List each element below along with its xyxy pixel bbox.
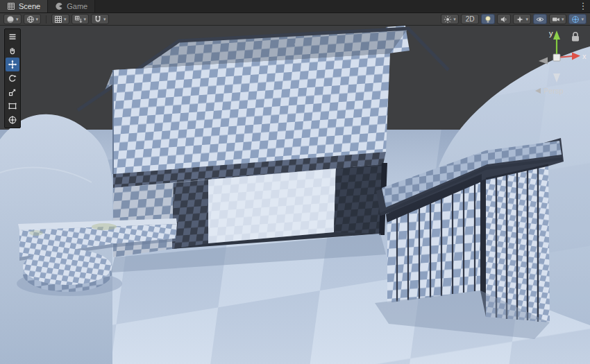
eye-icon	[536, 15, 544, 24]
orientation-gizmo[interactable]: y x Persp	[514, 27, 590, 99]
view-menu-button[interactable]	[6, 30, 19, 44]
speaker-icon	[500, 15, 508, 24]
lightbulb-icon	[484, 15, 492, 24]
audio-toggle-button[interactable]	[497, 14, 511, 24]
dropdown-caret: ▾	[453, 17, 456, 21]
tab-scene-label: Scene	[19, 2, 40, 10]
dropdown-caret: ▾	[581, 17, 584, 21]
move-tool-button[interactable]	[6, 58, 19, 71]
grid-icon	[54, 15, 62, 24]
hand-tool-button[interactable]	[6, 44, 19, 58]
y-axis-handle[interactable]: y	[549, 29, 560, 58]
tab-game[interactable]: Game	[48, 0, 95, 12]
tab-game-label: Game	[67, 2, 87, 10]
scale-tool-button[interactable]	[6, 85, 19, 99]
camera-settings-button[interactable]: ▾	[549, 14, 567, 24]
hand-icon	[8, 46, 17, 55]
scene-toolbar: ▾ ▾ ▾ ▾ ▾	[0, 13, 590, 26]
tab-scene[interactable]: Scene	[0, 0, 48, 12]
negative-y-handle[interactable]	[553, 73, 560, 83]
effects-button[interactable]: ▾	[441, 14, 459, 24]
dropdown-caret: ▾	[103, 17, 106, 21]
magnet-icon	[94, 15, 102, 24]
grid-snap-icon	[74, 15, 83, 24]
rotate-icon	[8, 73, 17, 83]
rect-icon	[8, 101, 17, 111]
transform-icon	[8, 115, 17, 125]
tabbar-spacer	[95, 0, 576, 12]
scene-visibility-toggle-button[interactable]	[533, 14, 547, 24]
x-axis-handle[interactable]: x	[557, 52, 587, 60]
scene-viewport[interactable]: y x Persp	[0, 26, 590, 364]
sparkle-icon	[516, 15, 524, 24]
x-axis-label: x	[582, 52, 587, 60]
gizmos-toggle-button[interactable]: ▾	[568, 14, 587, 24]
tab-bar: Scene Game ⋮	[0, 0, 590, 13]
lock-icon[interactable]	[572, 33, 579, 42]
y-axis-label: y	[549, 29, 553, 37]
dropdown-caret: ▾	[16, 17, 19, 21]
scene-3d-content	[0, 26, 590, 364]
dropdown-caret: ▾	[84, 17, 87, 21]
dropdown-caret: ▾	[562, 17, 564, 21]
projection-toggle[interactable]: Persp	[535, 87, 564, 95]
gizmo-icon	[571, 15, 580, 24]
dropdown-caret: ▾	[36, 17, 39, 21]
menu-icon	[8, 32, 17, 42]
globe-icon	[26, 15, 35, 24]
kebab-menu-icon[interactable]: ⋮	[576, 0, 590, 12]
gizmo-center-cube[interactable]	[553, 54, 560, 61]
2d-label: 2D	[466, 15, 475, 23]
shaded-sphere-icon	[6, 15, 15, 24]
grid-snap-button[interactable]: ▾	[71, 14, 90, 24]
grid-visibility-button[interactable]: ▾	[51, 14, 69, 24]
rect-tool-button[interactable]	[6, 99, 19, 113]
rotate-tool-button[interactable]	[6, 71, 19, 85]
move-icon	[8, 60, 17, 69]
lighting-toggle-button[interactable]	[481, 14, 495, 24]
scene-tab-grid-icon	[7, 2, 15, 10]
unity-scene-view-window: Scene Game ⋮ ▾ ▾	[0, 0, 590, 364]
snap-increment-button[interactable]: ▾	[91, 14, 109, 24]
scale-icon	[8, 87, 17, 97]
transform-tool-button[interactable]	[6, 113, 19, 127]
shading-mode-button[interactable]: ▾	[3, 14, 22, 24]
negative-x-handle[interactable]	[539, 58, 548, 64]
toolbar-separator	[46, 15, 47, 24]
dropdown-caret: ▾	[64, 17, 67, 21]
projection-label: Persp	[543, 87, 564, 95]
tool-palette	[4, 28, 21, 128]
persp-arrow-icon	[535, 88, 541, 94]
camera-icon	[552, 15, 560, 24]
view-options-button[interactable]: ▾	[24, 14, 42, 24]
dropdown-caret: ▾	[525, 17, 528, 21]
game-tab-icon	[55, 2, 63, 10]
2d-toggle-button[interactable]: 2D	[461, 14, 480, 24]
fx-visibility-button[interactable]: ▾	[513, 14, 531, 24]
sun-icon	[444, 15, 452, 24]
